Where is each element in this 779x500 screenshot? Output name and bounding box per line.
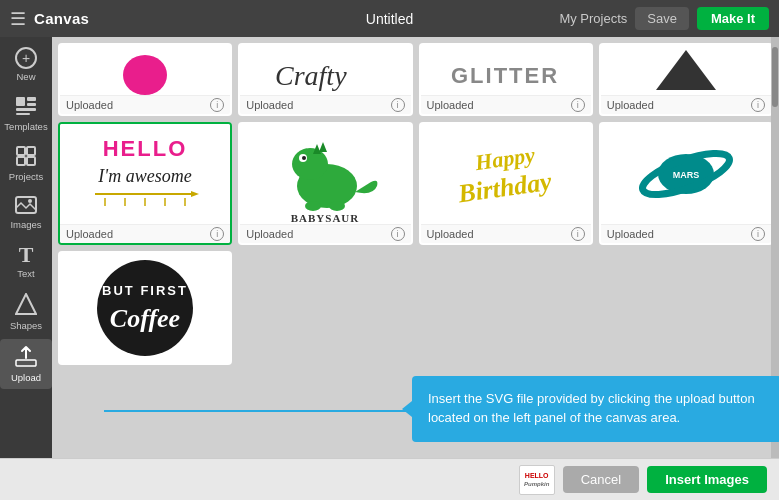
sidebar: + New Templates [0, 37, 52, 500]
svg-text:Birthday: Birthday [455, 167, 553, 209]
canvas-area[interactable]: Uploaded i Crafty Uploaded i [52, 37, 779, 500]
sidebar-label-text: Text [17, 268, 34, 279]
svg-rect-0 [16, 97, 25, 106]
save-button[interactable]: Save [635, 7, 689, 30]
grid-item-selected[interactable]: HELLO I'm awesome Uploaded i [58, 122, 232, 245]
sidebar-item-projects[interactable]: Projects [0, 140, 52, 188]
sidebar-label-templates: Templates [4, 121, 47, 132]
grid-item[interactable]: BUT FIRST Coffee [58, 251, 232, 365]
item-preview: HELLO I'm awesome [60, 124, 230, 224]
svg-point-32 [329, 201, 345, 211]
item-label: Uploaded [607, 228, 654, 240]
svg-rect-7 [17, 157, 25, 165]
item-preview: BABYSAUR [240, 124, 410, 224]
item-label: Uploaded [246, 99, 293, 111]
info-icon[interactable]: i [210, 98, 224, 112]
preview-thumbnail: HELLOPumpkin [519, 465, 555, 495]
svg-point-26 [292, 148, 328, 180]
item-footer: Uploaded i [240, 95, 410, 114]
svg-rect-3 [16, 108, 36, 111]
item-preview: BUT FIRST Coffee [60, 253, 230, 363]
svg-text:HELLO: HELLO [103, 136, 188, 161]
text-icon: T [19, 244, 34, 266]
svg-text:I'm awesome: I'm awesome [97, 166, 191, 186]
my-projects-link[interactable]: My Projects [559, 11, 627, 26]
scrollbar-thumb[interactable] [772, 47, 778, 107]
sidebar-item-shapes[interactable]: Shapes [0, 287, 52, 337]
item-preview: Crafty [240, 45, 410, 95]
svg-point-13 [123, 55, 167, 95]
svg-point-10 [28, 199, 32, 203]
item-footer: Uploaded i [601, 95, 771, 114]
sidebar-label-projects: Projects [9, 171, 43, 182]
grid-item[interactable]: Uploaded i [599, 43, 773, 116]
topbar: ☰ Canvas Untitled My Projects Save Make … [0, 0, 779, 37]
cancel-button[interactable]: Cancel [563, 466, 639, 493]
grid-item[interactable]: Crafty Uploaded i [238, 43, 412, 116]
svg-rect-12 [16, 360, 36, 366]
callout-text: Insert the SVG file provided by clicking… [428, 391, 755, 425]
sidebar-label-shapes: Shapes [10, 320, 42, 331]
info-icon[interactable]: i [571, 227, 585, 241]
svg-point-31 [305, 201, 321, 211]
info-icon[interactable]: i [751, 98, 765, 112]
svg-marker-11 [16, 294, 36, 314]
item-label: Uploaded [427, 228, 474, 240]
sidebar-item-text[interactable]: T Text [0, 238, 52, 285]
grid-item[interactable]: MARS Uploaded i [599, 122, 773, 245]
item-preview: MARS [601, 124, 771, 224]
item-preview [60, 45, 230, 95]
svg-marker-30 [319, 142, 327, 152]
insert-images-button[interactable]: Insert Images [647, 466, 767, 493]
items-grid: Uploaded i Crafty Uploaded i [58, 43, 773, 371]
grid-item[interactable]: Happy Birthday Uploaded i [419, 122, 593, 245]
upload-icon [15, 345, 37, 370]
info-icon[interactable]: i [391, 98, 405, 112]
document-title[interactable]: Untitled [366, 11, 413, 27]
svg-text:BUT FIRST: BUT FIRST [102, 283, 188, 298]
preview-text: HELLOPumpkin [524, 472, 549, 487]
sidebar-item-new[interactable]: + New [0, 41, 52, 88]
menu-icon[interactable]: ☰ [10, 8, 26, 30]
grid-item[interactable]: Uploaded i [58, 43, 232, 116]
svg-text:MARS: MARS [673, 170, 700, 180]
info-icon[interactable]: i [751, 227, 765, 241]
item-label: Uploaded [66, 228, 113, 240]
arrow-line [104, 402, 424, 420]
info-icon[interactable]: i [391, 227, 405, 241]
item-label: Uploaded [66, 99, 113, 111]
item-footer: Uploaded i [601, 224, 771, 243]
svg-text:BABYSAUR: BABYSAUR [291, 212, 360, 224]
new-icon: + [15, 47, 37, 69]
svg-rect-6 [27, 147, 35, 155]
sidebar-label-images: Images [10, 219, 41, 230]
topbar-right: My Projects Save Make It [559, 7, 769, 30]
svg-rect-1 [27, 97, 36, 101]
item-preview: GLITTER [421, 45, 591, 95]
info-icon[interactable]: i [210, 227, 224, 241]
callout-tooltip: Insert the SVG file provided by clicking… [412, 376, 779, 442]
svg-text:Crafty: Crafty [275, 60, 347, 91]
svg-rect-4 [16, 113, 30, 115]
item-footer: Uploaded i [240, 224, 410, 243]
item-label: Uploaded [246, 228, 293, 240]
grid-item[interactable]: BABYSAUR Uploaded i [238, 122, 412, 245]
grid-item[interactable]: GLITTER Uploaded i [419, 43, 593, 116]
item-footer: Uploaded i [421, 224, 591, 243]
svg-rect-2 [27, 103, 36, 106]
sidebar-label-upload: Upload [11, 372, 41, 383]
sidebar-item-templates[interactable]: Templates [0, 90, 52, 138]
images-icon [15, 196, 37, 217]
item-preview: Happy Birthday [421, 124, 591, 224]
info-icon[interactable]: i [571, 98, 585, 112]
templates-icon [15, 96, 37, 119]
app-logo: Canvas [34, 10, 89, 27]
makeit-button[interactable]: Make It [697, 7, 769, 30]
shapes-icon [15, 293, 37, 318]
main-layout: + New Templates [0, 37, 779, 500]
item-footer: Uploaded i [60, 224, 230, 243]
sidebar-item-images[interactable]: Images [0, 190, 52, 236]
sidebar-item-upload[interactable]: Upload [0, 339, 52, 389]
item-preview [601, 45, 771, 95]
svg-rect-5 [17, 147, 25, 155]
